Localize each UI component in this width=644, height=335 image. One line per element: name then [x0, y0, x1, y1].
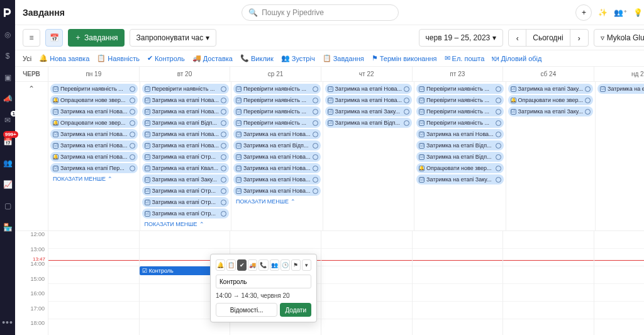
task-pill[interactable]: ☑Затримка на етапі Нова... — [142, 129, 230, 139]
task-complete-radio[interactable] — [130, 143, 135, 149]
task-pill[interactable]: ☑Затримка на етапі Пер... — [50, 163, 138, 173]
task-complete-radio[interactable] — [404, 86, 409, 92]
task-complete-radio[interactable] — [221, 132, 226, 137]
filter-item[interactable]: 📞Виклик — [240, 54, 274, 62]
task-complete-radio[interactable] — [404, 109, 409, 115]
hour-cell[interactable] — [321, 319, 412, 335]
filter-all[interactable]: Усі — [23, 55, 31, 62]
hour-cell[interactable] — [594, 266, 644, 284]
task-complete-radio[interactable] — [496, 109, 501, 115]
task-pill[interactable]: ☑Затримка на етапі Нова... — [325, 84, 413, 94]
hour-cell[interactable] — [503, 302, 594, 319]
hour-cell[interactable] — [503, 249, 594, 266]
time-column[interactable] — [321, 231, 412, 335]
nav-products[interactable]: ▢ — [1, 199, 14, 213]
hour-cell[interactable] — [413, 231, 503, 249]
time-column[interactable] — [594, 231, 644, 335]
task-pill[interactable]: ☑Перевірити наявність ... — [233, 84, 321, 94]
task-pill[interactable]: 🔔Опрацювати нове звер... — [416, 163, 504, 173]
hour-cell[interactable] — [321, 231, 412, 249]
popup-title-input[interactable] — [216, 275, 311, 288]
popup-type-truck[interactable]: 🚚 — [248, 259, 257, 271]
show-less-link[interactable]: ПОКАЗАТИ МЕНШЕ ⌃ — [50, 174, 138, 183]
task-pill[interactable]: ☑Затримка на етапі Заку... — [142, 174, 230, 185]
task-pill[interactable]: ☑Перевірити наявність ... — [416, 118, 504, 128]
task-pill[interactable]: ☑Затримка на етапі Нова... — [50, 106, 138, 116]
nav-marketplace[interactable]: 🏪 — [1, 220, 14, 234]
popup-type-check[interactable]: ✔ — [237, 259, 247, 271]
hour-cell[interactable] — [321, 266, 412, 284]
task-pill[interactable]: ☑Перевірити наявність ... — [50, 84, 138, 94]
task-pill[interactable]: ☑Затримка на етапі Відп... — [233, 140, 321, 150]
task-complete-radio[interactable] — [496, 132, 501, 137]
task-pill[interactable]: ☑Затримка на етапі Заку... — [416, 174, 504, 185]
task-pill[interactable]: ☑Затримка на етапі Заку... — [597, 84, 644, 94]
task-complete-radio[interactable] — [221, 188, 226, 194]
filter-item[interactable]: ⚑Термін виконання — [372, 54, 437, 62]
task-complete-radio[interactable] — [313, 188, 318, 194]
task-complete-radio[interactable] — [221, 154, 226, 160]
list-view-toggle[interactable]: ≡ — [23, 29, 40, 47]
time-column[interactable] — [502, 231, 594, 335]
hour-cell[interactable] — [413, 302, 503, 319]
popup-type-clipboard[interactable]: 📋 — [226, 259, 236, 271]
nav-more[interactable]: ••• — [2, 317, 13, 327]
task-complete-radio[interactable] — [130, 86, 135, 92]
task-complete-radio[interactable] — [130, 166, 135, 171]
hour-cell[interactable] — [503, 231, 594, 249]
popup-type-clock[interactable]: 🕒 — [280, 259, 290, 271]
task-pill[interactable]: ☑Перевірити наявність ... — [416, 84, 504, 94]
task-pill[interactable]: ☑Перевірити наявність ... — [233, 118, 321, 128]
hour-cell[interactable] — [48, 266, 139, 284]
hour-cell[interactable] — [321, 249, 412, 266]
filter-item[interactable]: 🚚Доставка — [192, 54, 233, 62]
task-complete-radio[interactable] — [313, 120, 318, 126]
hour-cell[interactable] — [413, 266, 503, 284]
task-complete-radio[interactable] — [221, 109, 226, 115]
task-pill[interactable]: 🔔Опрацювати нове звер... — [508, 95, 593, 105]
hour-cell[interactable] — [503, 319, 594, 335]
invite-users-icon[interactable]: 👥⁺ — [614, 8, 627, 17]
task-pill[interactable]: ☑Затримка на етапі Нова... — [142, 106, 230, 116]
prev-week-button[interactable]: ‹ — [509, 30, 526, 47]
task-pill[interactable]: ☑Перевірити наявність ... — [233, 95, 321, 105]
nav-insights[interactable]: 📈 — [1, 178, 14, 191]
today-button[interactable]: Сьогодні — [526, 30, 570, 46]
task-pill[interactable]: ☑Затримка на етапі Нова... — [325, 95, 413, 105]
user-filter-dropdown[interactable]: ▿ Mykola Glukhenkiy — [594, 29, 644, 47]
filter-item[interactable]: 📋Завдання — [323, 54, 364, 62]
nav-deals[interactable]: $ — [1, 49, 14, 63]
nav-projects[interactable]: ▣ — [1, 71, 14, 84]
task-complete-radio[interactable] — [130, 154, 135, 160]
calendar-view-toggle[interactable]: 📅 — [45, 29, 63, 47]
task-pill[interactable]: ☑Перевірити наявність ... — [142, 84, 230, 94]
hour-cell[interactable] — [48, 284, 139, 302]
nav-contacts[interactable]: 👥 — [1, 156, 14, 170]
filter-item[interactable]: 🍽Діловий обід — [492, 55, 541, 62]
task-pill[interactable]: ☑Затримка на етапі Отр... — [142, 208, 230, 219]
hour-cell[interactable] — [413, 284, 503, 302]
add-button[interactable]: + — [575, 4, 592, 21]
task-complete-radio[interactable] — [496, 98, 501, 103]
nav-activities[interactable]: 📅999+ — [1, 135, 14, 149]
task-complete-radio[interactable] — [221, 86, 226, 92]
task-pill[interactable]: ☑Затримка на етапі Відп... — [142, 118, 230, 128]
task-pill[interactable]: ☑Перевірити наявність ... — [416, 106, 504, 116]
task-pill[interactable]: ☑Затримка на етапі Нова... — [416, 129, 504, 139]
task-complete-radio[interactable] — [221, 98, 226, 103]
task-complete-radio[interactable] — [130, 120, 135, 126]
announcements-icon[interactable]: ✨ — [598, 8, 608, 17]
popup-type-call[interactable]: 📞 — [258, 259, 268, 271]
task-complete-radio[interactable] — [313, 109, 318, 115]
task-complete-radio[interactable] — [221, 211, 226, 217]
task-pill[interactable]: ☑Затримка на етапі Нова... — [142, 95, 230, 105]
task-complete-radio[interactable] — [496, 177, 501, 183]
show-less-link[interactable]: ПОКАЗАТИ МЕНШЕ ⌃ — [142, 220, 230, 229]
hour-cell[interactable] — [321, 302, 412, 319]
task-pill[interactable]: ☑Затримка на етапі Отр... — [142, 186, 230, 196]
nav-campaigns[interactable]: 📣 — [1, 92, 14, 106]
task-complete-radio[interactable] — [221, 120, 226, 126]
hour-cell[interactable] — [48, 319, 139, 335]
task-pill[interactable]: ☑Затримка на етапі Нова... — [233, 152, 321, 162]
time-column[interactable] — [48, 231, 139, 335]
